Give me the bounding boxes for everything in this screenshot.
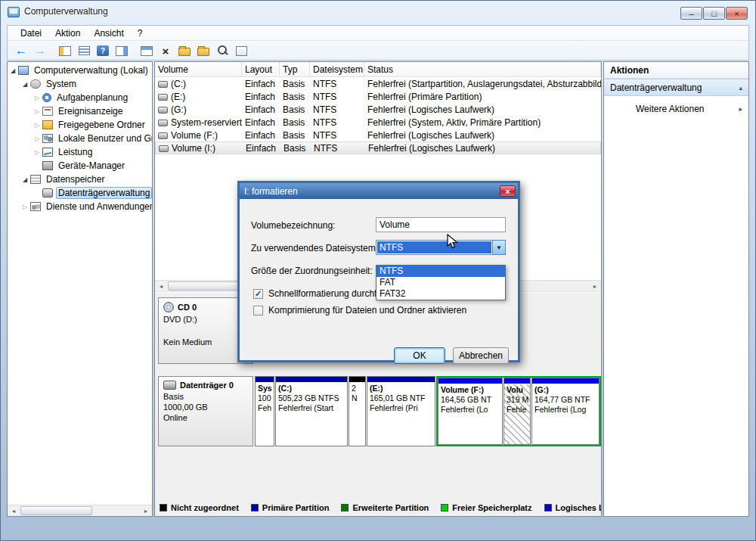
- table-row[interactable]: (C:) Einfach Basis NTFS Fehlerfrei (Star…: [155, 77, 601, 90]
- column-header-status[interactable]: Status: [364, 62, 601, 76]
- compression-checkbox-row[interactable]: Komprimierung für Dateien und Ordner akt…: [253, 305, 466, 316]
- scroll-thumb[interactable]: [20, 506, 92, 515]
- partition-system-reserved[interactable]: Sys 100 Feh: [255, 376, 274, 446]
- expanded-icon[interactable]: ◢: [9, 67, 17, 74]
- show-hide-tree-button[interactable]: [56, 42, 74, 60]
- tree-item-lokale-benutzer[interactable]: ▷ Lokale Benutzer und Gruppen: [8, 132, 152, 145]
- disk0-box[interactable]: Datenträger 0 Basis 1000,00 GB Online: [158, 376, 253, 446]
- maximize-button[interactable]: □: [703, 7, 725, 20]
- column-header-volume[interactable]: Volume: [155, 62, 242, 76]
- combobox-dropdown-button[interactable]: ▼: [492, 241, 505, 254]
- find-button[interactable]: [213, 42, 231, 60]
- properties-folder-icon: [178, 48, 191, 56]
- collapsed-icon[interactable]: ▷: [33, 149, 41, 156]
- volume-icon: [158, 81, 168, 88]
- checkbox-checked-icon[interactable]: ✓: [253, 289, 263, 299]
- tree-item-geraete-manager[interactable]: Geräte-Manager: [8, 159, 152, 173]
- partition-color-strip: [532, 378, 599, 384]
- partition-unallocated[interactable]: 2 N: [349, 376, 366, 446]
- scroll-right-arrow[interactable]: ►: [589, 281, 601, 291]
- export-list-button[interactable]: [75, 42, 93, 60]
- ok-button[interactable]: OK: [394, 347, 445, 364]
- mouse-cursor: [447, 234, 460, 250]
- table-row[interactable]: System-reserviert Einfach Basis NTFS Feh…: [155, 116, 601, 129]
- tree-item-ereignisanzeige[interactable]: ▷ Ereignisanzeige: [8, 104, 152, 118]
- tree-horizontal-scrollbar[interactable]: ◄ ►: [8, 505, 152, 516]
- dropdown-option-ntfs[interactable]: NTFS: [376, 266, 505, 277]
- dropdown-option-fat32[interactable]: FAT32: [376, 288, 505, 300]
- column-header-layout[interactable]: Layout: [242, 62, 280, 76]
- minimize-button[interactable]: –: [680, 7, 702, 20]
- dialog-close-button[interactable]: ×: [500, 185, 516, 197]
- scroll-left-arrow[interactable]: ◄: [8, 505, 20, 516]
- collapsed-icon[interactable]: ▷: [33, 122, 41, 129]
- menu-help[interactable]: ?: [131, 26, 150, 40]
- delete-button[interactable]: ×: [156, 42, 175, 60]
- refresh-button[interactable]: [138, 42, 156, 60]
- cancel-button[interactable]: Abbrechen: [453, 347, 509, 364]
- back-icon: ←: [15, 44, 27, 58]
- filesystem-combobox[interactable]: NTFS ▼: [376, 240, 506, 255]
- column-header-dateisystem[interactable]: Dateisystem: [310, 62, 364, 76]
- partition-g[interactable]: (G:) 164,77 GB NTF Fehlerfrei (Log: [531, 378, 600, 445]
- legend-color-swatch: [251, 504, 259, 511]
- table-row[interactable]: (E:) Einfach Basis NTFS Fehlerfrei (Prim…: [155, 90, 601, 103]
- collapsed-icon[interactable]: ▷: [33, 108, 41, 115]
- partition-color-strip: [504, 378, 530, 384]
- checkbox-unchecked-icon[interactable]: [253, 306, 263, 316]
- actions-section-datentraegerverwaltung[interactable]: Datenträgerverwaltung ▴: [604, 79, 748, 96]
- help-button[interactable]: ?: [94, 42, 112, 60]
- tree-item-aufgabenplanung[interactable]: ▷ Aufgabenplanung: [8, 91, 152, 104]
- column-header-typ[interactable]: Typ: [280, 62, 310, 76]
- legend-logical: Logisches Laufwerk: [544, 503, 602, 512]
- collapsed-icon[interactable]: ▷: [33, 95, 41, 101]
- window-title: Computerverwaltung: [24, 6, 108, 17]
- dialog-title-bar[interactable]: I: formatieren ×: [240, 183, 518, 199]
- tree-item-system[interactable]: ◢ System: [8, 77, 152, 91]
- chevron-right-icon[interactable]: ▸: [739, 105, 742, 113]
- dropdown-option-fat[interactable]: FAT: [376, 277, 505, 288]
- partition-c[interactable]: (C:) 505,23 GB NTFS Fehlerfrei (Start: [275, 376, 348, 446]
- console-tree-pane: ◢ Computerverwaltung (Lokal) ◢ System ▷ …: [7, 61, 153, 517]
- collapsed-icon[interactable]: ▷: [21, 204, 29, 210]
- tree-item-computerverwaltung[interactable]: ◢ Computerverwaltung (Lokal): [8, 64, 152, 77]
- tree-item-dienste[interactable]: ▷ Dienste und Anwendungen: [8, 200, 152, 213]
- properties-button[interactable]: [175, 42, 194, 60]
- back-button[interactable]: ←: [12, 42, 30, 60]
- menu-ansicht[interactable]: Ansicht: [87, 26, 130, 40]
- actions-pane: Aktionen Datenträgerverwaltung ▴ Weitere…: [603, 61, 749, 517]
- volume-label-input[interactable]: [376, 217, 506, 232]
- title-bar[interactable]: Computerverwaltung – □ ×: [1, 1, 755, 23]
- help-icon: ?: [97, 45, 109, 56]
- event-viewer-icon: [42, 107, 53, 116]
- toolbar: ← → ? ×: [8, 41, 748, 61]
- partition-e[interactable]: (E:) 165,01 GB NTF Fehlerfrei (Pri: [367, 376, 435, 446]
- expanded-icon[interactable]: ◢: [21, 81, 29, 88]
- partition-f[interactable]: Volume (F:) 164,56 GB NT Fehlerfrei (Lo: [438, 378, 503, 445]
- legend-color-swatch: [160, 504, 167, 511]
- expanded-icon[interactable]: ◢: [21, 176, 29, 183]
- table-row[interactable]: Volume (F:) Einfach Basis NTFS Fehlerfre…: [155, 129, 601, 141]
- forward-button[interactable]: →: [31, 42, 49, 60]
- actions-weitere-aktionen[interactable]: Weitere Aktionen ▸: [604, 101, 748, 117]
- collapsed-icon[interactable]: ▷: [33, 135, 41, 142]
- tree-item-freigegebene-ordner[interactable]: ▷ Freigegebene Ordner: [8, 118, 152, 132]
- scroll-right-arrow[interactable]: ►: [140, 505, 152, 516]
- tree-item-datenspeicher[interactable]: ◢ Datenspeicher: [8, 173, 152, 186]
- scroll-left-arrow[interactable]: ◄: [155, 281, 167, 291]
- report-button[interactable]: [232, 42, 250, 60]
- tree-item-datentraegerverwaltung[interactable]: Datenträgerverwaltung: [8, 186, 152, 200]
- volume-icon: [158, 94, 168, 101]
- table-row[interactable]: (G:) Einfach Basis NTFS Fehlerfrei (Logi…: [155, 103, 601, 116]
- menu-datei[interactable]: Datei: [14, 26, 48, 40]
- tree-item-leistung[interactable]: ▷ Leistung: [8, 145, 152, 159]
- partition-i-formatting[interactable]: Volu 319 M Fehle: [503, 378, 531, 445]
- open-button[interactable]: [194, 42, 212, 60]
- chevron-up-icon[interactable]: ▴: [739, 84, 742, 92]
- dialog-title: I: formatieren: [244, 186, 500, 197]
- table-row-selected[interactable]: Volume (I:) Einfach Basis NTFS Fehlerfre…: [155, 141, 601, 154]
- menu-aktion[interactable]: Aktion: [48, 26, 87, 40]
- show-hide-actionpane-button[interactable]: [113, 42, 131, 60]
- close-button[interactable]: ×: [726, 7, 748, 20]
- legend-color-swatch: [544, 504, 552, 511]
